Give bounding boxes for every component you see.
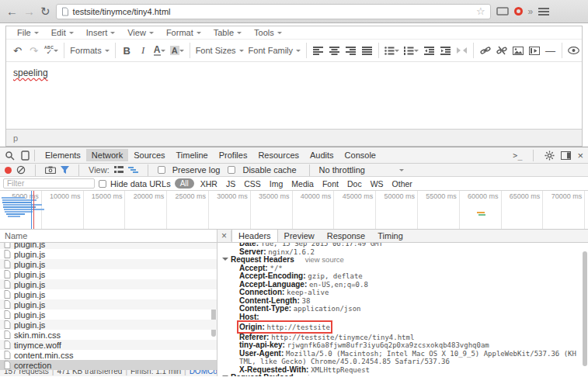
filter-type-xhr[interactable]: XHR	[198, 179, 220, 189]
screenshot-camera-icon[interactable]	[45, 166, 56, 174]
request-headers-section[interactable]: Request Headersview source	[222, 256, 588, 265]
font-family-dropdown[interactable]: Font Family	[246, 41, 303, 60]
request-row[interactable]: plugin.js	[0, 310, 217, 320]
waterfall-view-icon[interactable]	[128, 166, 138, 174]
horizontal-rule-button[interactable]: —	[542, 41, 558, 60]
menu-insert[interactable]: Insert	[80, 28, 122, 37]
request-row-selected[interactable]: correction	[0, 360, 217, 370]
tab-console[interactable]: Console	[339, 149, 381, 161]
close-details-icon[interactable]: ×	[217, 230, 231, 241]
filter-type-doc[interactable]: Doc	[345, 179, 364, 189]
filter-input[interactable]	[3, 178, 95, 189]
align-left-button[interactable]	[310, 41, 326, 60]
overflow-chevron-icon[interactable]: »	[528, 7, 534, 16]
preview-button[interactable]	[565, 41, 582, 60]
redo-button[interactable]: ↷	[26, 41, 42, 60]
tab-preview[interactable]: Preview	[278, 230, 321, 242]
scrollbar-thumb[interactable]	[583, 251, 587, 366]
tab-timing[interactable]: Timing	[371, 230, 409, 242]
outdent-button[interactable]	[421, 41, 437, 60]
device-mode-icon[interactable]	[21, 150, 30, 161]
tab-response[interactable]: Response	[321, 230, 372, 242]
spellcheck-button[interactable]: ABC✓	[42, 41, 61, 60]
menu-edit[interactable]: Edit	[45, 28, 80, 37]
indent-button[interactable]	[437, 41, 454, 60]
menu-tools[interactable]: Tools	[248, 28, 288, 37]
request-row[interactable]: plugin.js	[0, 259, 217, 269]
filter-funnel-icon[interactable]	[61, 166, 69, 175]
view-source-link[interactable]: view source	[304, 373, 343, 376]
filter-type-ws[interactable]: WS	[368, 179, 386, 189]
preserve-log-label[interactable]: Preserve log	[172, 165, 221, 175]
filter-type-img[interactable]: Img	[267, 179, 286, 189]
inspect-element-icon[interactable]	[5, 150, 15, 161]
filter-type-all[interactable]: All	[175, 178, 194, 189]
link-button[interactable]	[477, 41, 493, 60]
extension-record-icon[interactable]	[514, 7, 523, 16]
clear-icon[interactable]	[16, 165, 26, 175]
tab-headers[interactable]: Headers	[231, 230, 278, 242]
browser-menu-icon[interactable]	[538, 8, 549, 16]
dock-side-icon[interactable]	[561, 151, 571, 160]
bookmark-star-icon[interactable]: ☆	[476, 5, 485, 17]
filter-type-js[interactable]: JS	[224, 179, 238, 189]
request-row[interactable]: skin.min.css	[0, 330, 217, 340]
request-row[interactable]: plugin.js	[0, 249, 217, 259]
justify-button[interactable]	[359, 41, 375, 60]
pagebreak-button[interactable]	[454, 41, 470, 60]
request-row[interactable]: plugin.js	[0, 320, 217, 330]
italic-button[interactable]: I	[135, 41, 151, 60]
request-payload-section[interactable]: Request Payloadview source	[222, 374, 588, 376]
menu-table[interactable]: Table	[207, 28, 248, 37]
request-row[interactable]: tinymce.woff	[0, 340, 217, 350]
disable-cache-label[interactable]: Disable cache	[242, 165, 296, 175]
filter-type-media[interactable]: Media	[289, 179, 316, 189]
formats-dropdown[interactable]: Formats	[68, 41, 111, 60]
menu-format[interactable]: Format	[160, 28, 207, 37]
back-icon[interactable]: ←	[6, 5, 18, 17]
view-source-link[interactable]: view source	[305, 255, 344, 264]
reload-icon[interactable]: ↻	[40, 5, 50, 17]
align-right-button[interactable]	[343, 41, 359, 60]
cast-icon[interactable]	[496, 7, 509, 16]
hide-data-urls-label[interactable]: Hide data URLs	[110, 179, 171, 189]
bullet-list-button[interactable]	[382, 41, 402, 60]
network-overview-timeline[interactable]: 5000 ms 10000 ms 15000 ms 20000 ms 25000…	[0, 191, 588, 230]
filter-type-css[interactable]: CSS	[242, 179, 263, 189]
request-row[interactable]: plugin.js	[0, 269, 217, 279]
image-button[interactable]	[510, 41, 526, 60]
unlink-button[interactable]	[493, 41, 510, 60]
disable-cache-checkbox[interactable]	[228, 166, 235, 174]
align-center-button[interactable]	[326, 41, 343, 60]
tab-elements[interactable]: Elements	[40, 149, 86, 161]
font-sizes-dropdown[interactable]: Font Sizes	[193, 41, 246, 60]
menu-view[interactable]: View	[121, 28, 160, 37]
request-row[interactable]: plugin.js	[0, 289, 217, 299]
column-header-name[interactable]: Name	[0, 230, 217, 243]
url-text[interactable]: testsite/tinymce/tiny4.html	[73, 7, 472, 16]
forward-icon[interactable]: →	[23, 5, 35, 17]
request-row[interactable]: plugin.js	[0, 299, 217, 310]
element-path[interactable]: p	[13, 133, 18, 143]
editor-content-area[interactable]: speeling	[6, 62, 582, 129]
menu-file[interactable]: File	[11, 28, 45, 37]
filter-type-other[interactable]: Other	[390, 179, 415, 189]
tab-timeline[interactable]: Timeline	[171, 149, 214, 161]
request-row[interactable]: content.min.css	[0, 350, 217, 360]
record-button[interactable]	[5, 167, 12, 174]
text-color-button[interactable]: A	[151, 41, 168, 60]
tab-profiles[interactable]: Profiles	[214, 149, 253, 161]
throttling-select[interactable]: No throttling	[319, 165, 404, 175]
request-row[interactable]: plugin.js	[0, 279, 217, 289]
background-color-button[interactable]: A	[168, 41, 186, 60]
address-bar[interactable]: testsite/tinymce/tiny4.html ☆	[56, 4, 491, 19]
close-icon[interactable]: ×	[577, 150, 583, 161]
preserve-log-checkbox[interactable]	[158, 166, 165, 174]
tab-audits[interactable]: Audits	[304, 149, 339, 161]
tab-resources[interactable]: Resources	[252, 149, 304, 161]
tab-sources[interactable]: Sources	[128, 149, 170, 161]
hide-data-urls-checkbox[interactable]	[99, 180, 106, 188]
gear-icon[interactable]	[545, 150, 555, 161]
bold-button[interactable]: B	[119, 41, 135, 60]
tab-network[interactable]: Network	[86, 149, 128, 161]
